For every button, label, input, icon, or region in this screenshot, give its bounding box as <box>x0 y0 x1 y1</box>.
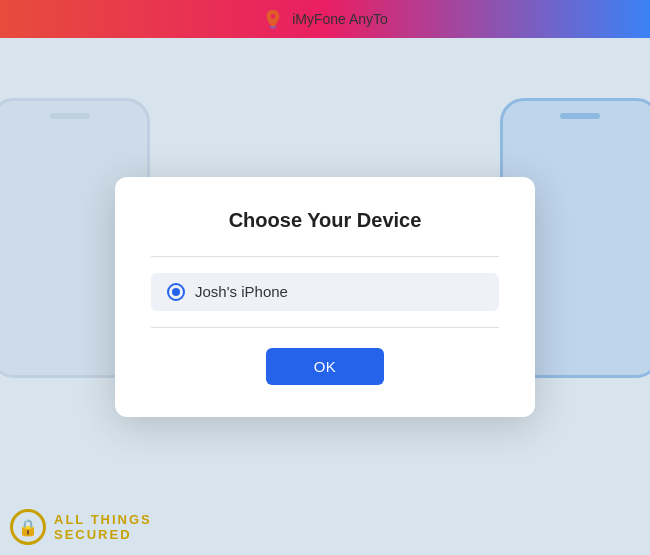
watermark-line1: ALL THINGS <box>54 512 152 527</box>
watermark-line2: SECURED <box>54 527 152 542</box>
app-logo-icon <box>262 8 284 30</box>
lock-icon: 🔒 <box>10 509 46 545</box>
modal-title: Choose Your Device <box>151 209 499 232</box>
watermark-text: ALL THINGS SECURED <box>54 512 152 542</box>
radio-selected-icon <box>167 283 185 301</box>
ok-button[interactable]: OK <box>266 348 384 385</box>
modal-overlay: Choose Your Device Josh's iPhone OK <box>0 38 650 555</box>
titlebar: iMyFone AnyTo <box>0 0 650 38</box>
device-item[interactable]: Josh's iPhone <box>151 273 499 311</box>
svg-point-0 <box>269 26 276 29</box>
background: Choose Your Device Josh's iPhone OK 🔒 AL… <box>0 38 650 555</box>
device-list: Josh's iPhone <box>151 257 499 327</box>
choose-device-modal: Choose Your Device Josh's iPhone OK <box>115 177 535 417</box>
watermark: 🔒 ALL THINGS SECURED <box>10 509 152 545</box>
app-title: iMyFone AnyTo <box>292 11 388 27</box>
modal-footer: OK <box>151 328 499 385</box>
device-name: Josh's iPhone <box>195 283 288 300</box>
